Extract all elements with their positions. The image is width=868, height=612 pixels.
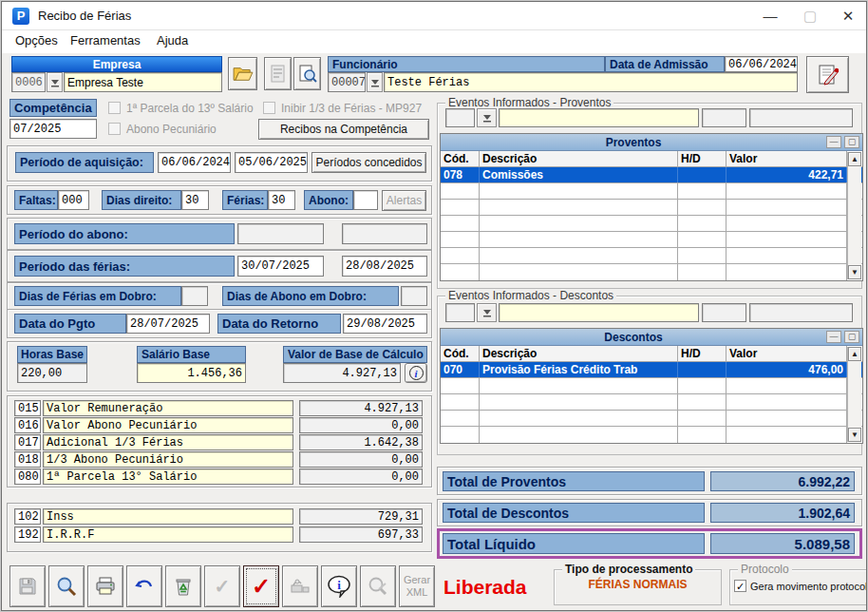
parcela13-checkbox[interactable]	[108, 102, 121, 114]
scroll-up-icon[interactable]: ▲	[848, 152, 861, 166]
calc-line[interactable]: 017 Adicional 1/3 Férias 1.642,38	[14, 434, 425, 450]
proventos-event-desc-field[interactable]	[499, 108, 699, 127]
descontos-empty-row[interactable]	[441, 394, 862, 411]
data-pgto-field[interactable]: 28/07/2025	[126, 314, 210, 334]
save-button[interactable]	[9, 565, 46, 607]
dobro-ferias-field[interactable]	[181, 286, 208, 306]
preview-button[interactable]	[293, 57, 321, 90]
grid-minimize-icon[interactable]: —	[826, 331, 841, 343]
search-document-icon	[298, 65, 317, 84]
search-remove-icon	[368, 576, 388, 597]
aquisicao-label: Período de aquisição:	[15, 152, 154, 173]
descontos-empty-row[interactable]	[441, 378, 862, 394]
menu-ajuda[interactable]: Ajuda	[157, 33, 188, 48]
competencia-field[interactable]: 07/2025	[9, 119, 97, 139]
salario-base-field[interactable]: 1.456,36	[137, 363, 246, 383]
descontos-event-value-field[interactable]	[749, 303, 853, 322]
proventos-empty-row[interactable]	[441, 183, 862, 200]
grid-maximize-icon[interactable]: ▢	[844, 136, 859, 148]
horas-base-field[interactable]: 220,00	[17, 363, 87, 383]
menu-opcoes[interactable]: Opções	[15, 33, 58, 48]
clear-search-button[interactable]	[360, 565, 396, 607]
proventos-row-selected[interactable]: 078 Comissões 422,71	[441, 167, 862, 183]
admission-date-field[interactable]: 06/06/2024	[725, 56, 798, 72]
scroll-down-icon[interactable]: ▼	[848, 265, 861, 279]
calc-line[interactable]: 080 1ª Parcela 13° Salário 0,00	[14, 469, 425, 485]
grid-maximize-icon[interactable]: ▢	[844, 331, 859, 343]
aquisicao-fim-field[interactable]: 05/06/2025	[235, 152, 308, 173]
company-dropdown-icon[interactable]	[47, 72, 63, 92]
descontos-event-dropdown-icon[interactable]	[477, 303, 497, 322]
scroll-down-icon[interactable]: ▼	[848, 428, 861, 442]
scroll-up-icon[interactable]: ▲	[848, 347, 861, 361]
abono-inicio-field[interactable]	[237, 223, 324, 244]
calc-line[interactable]: 016 Valor Abono Pecuniário 0,00	[14, 417, 425, 433]
competencia-label: Competência	[9, 99, 97, 117]
descontos-empty-row[interactable]	[441, 411, 862, 427]
descontos-event-code-field[interactable]	[445, 303, 475, 322]
menu-ferramentas[interactable]: Ferramentas	[70, 33, 141, 48]
proventos-event-code-field[interactable]	[445, 108, 475, 127]
confirm-release-button[interactable]: ✓	[243, 565, 279, 607]
descontos-row-selected[interactable]: 070 Provisão Férias Crédito Trab 476,00	[441, 362, 862, 378]
proventos-empty-row[interactable]	[441, 232, 862, 248]
employee-code-field[interactable]: 00007	[328, 72, 366, 92]
data-retorno-field[interactable]: 29/08/2025	[343, 314, 427, 334]
proventos-empty-row[interactable]	[441, 264, 862, 280]
base-calculo-info-button[interactable]: i	[405, 363, 427, 383]
calc-line[interactable]: 018 1/3 Abono Pecuniário 0,00	[14, 451, 425, 468]
proventos-grid-title: Proventos	[441, 136, 826, 149]
proventos-event-dropdown-icon[interactable]	[477, 108, 497, 127]
export-button[interactable]	[282, 565, 318, 607]
maximize-icon[interactable]: ▢	[794, 2, 826, 29]
alertas-button[interactable]: Alertas	[382, 190, 426, 211]
employee-header: Funcionário	[328, 56, 605, 72]
proventos-empty-row[interactable]	[441, 216, 862, 232]
abono-pecuniario-checkbox[interactable]	[108, 123, 121, 135]
ferias-dias-field[interactable]: 30	[268, 190, 295, 210]
descontos-empty-row[interactable]	[441, 427, 862, 443]
proventos-empty-row[interactable]	[441, 200, 862, 216]
proventos-empty-row[interactable]	[441, 248, 862, 264]
faltas-field[interactable]: 000	[58, 190, 89, 210]
dias-direito-field[interactable]: 30	[181, 190, 209, 210]
close-icon[interactable]: ✕	[832, 2, 864, 29]
minimize-icon[interactable]: —	[754, 2, 786, 29]
descontos-scrollbar[interactable]: ▲ ▼	[847, 347, 861, 442]
open-folder-icon	[233, 66, 254, 83]
annotations-button[interactable]	[806, 56, 849, 93]
grid-minimize-icon[interactable]: —	[826, 136, 841, 148]
abono-dias-field[interactable]	[353, 190, 378, 210]
search-button[interactable]	[48, 565, 85, 607]
ferias-fim-field[interactable]: 28/08/2025	[342, 256, 427, 277]
gerar-xml-button[interactable]: Gerar XML	[399, 565, 435, 607]
base-calculo-field[interactable]: 4.927,13	[283, 363, 401, 383]
open-button[interactable]	[228, 57, 257, 90]
employee-dropdown-icon[interactable]	[367, 72, 383, 92]
periodos-concedidos-button[interactable]: Períodos concedidos	[311, 152, 426, 173]
proventos-event-hd-field[interactable]	[702, 108, 746, 127]
dobro-abono-field[interactable]	[401, 286, 427, 306]
confirm-button[interactable]: ✓	[204, 565, 240, 607]
report-button[interactable]	[264, 57, 292, 90]
proventos-event-value-field[interactable]	[749, 108, 853, 127]
tax-line[interactable]: 102 Inss 729,31	[14, 508, 425, 525]
print-button[interactable]	[87, 565, 123, 607]
proventos-scrollbar[interactable]: ▲ ▼	[847, 152, 861, 279]
delete-button[interactable]	[165, 565, 201, 607]
company-name-field[interactable]: Empresa Teste	[64, 72, 222, 92]
protocolo-checkbox[interactable]: ✓	[734, 580, 746, 592]
recibos-competencia-button[interactable]: Recibos na Competência	[258, 119, 429, 140]
aquisicao-inicio-field[interactable]: 06/06/2024	[158, 152, 231, 173]
company-code-field[interactable]: 0006	[11, 72, 46, 92]
calc-line[interactable]: 015 Valor Remuneração 4.927,13	[14, 400, 425, 416]
descontos-event-hd-field[interactable]	[702, 303, 746, 322]
undo-button[interactable]	[126, 565, 162, 607]
employee-name-field[interactable]: Teste Férias	[384, 72, 798, 92]
inibir-checkbox[interactable]	[263, 102, 275, 114]
info-button[interactable]: i	[321, 565, 357, 607]
ferias-inicio-field[interactable]: 30/07/2025	[237, 256, 324, 277]
abono-fim-field[interactable]	[342, 223, 427, 244]
tax-line[interactable]: 192 I.R.R.F 697,33	[14, 526, 425, 543]
descontos-event-desc-field[interactable]	[499, 303, 699, 322]
